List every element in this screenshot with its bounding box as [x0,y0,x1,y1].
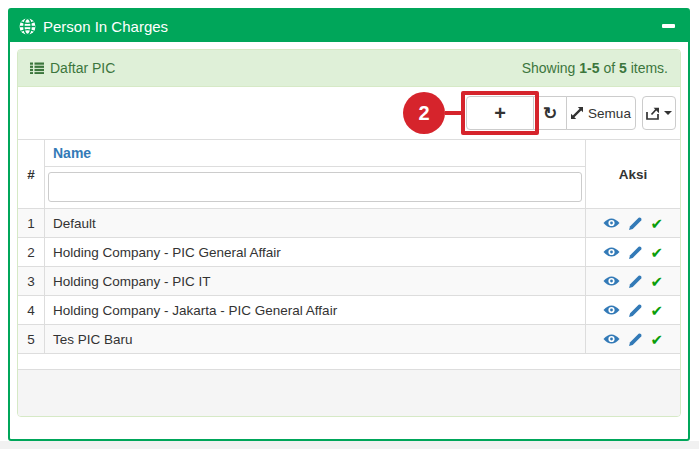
table-row: 1 Default ✔ [18,209,680,238]
row-name-cell: Holding Company - PIC General Affair [45,238,586,267]
table-row: 2 Holding Company - PIC General Affair [18,238,680,267]
table-row: 3 Holding Company - PIC IT [18,267,680,296]
approve-button[interactable]: ✔ [650,245,663,260]
person-in-charges-panel: Person In Charges [8,8,690,441]
eye-icon [603,304,620,316]
approve-button[interactable]: ✔ [650,274,663,289]
refresh-icon: ↻ [543,103,557,124]
eye-icon [603,275,620,287]
panel-body: Daftar PIC Showing 1-5 of 5 items. + 2 [10,42,688,424]
export-dropdown-button[interactable] [642,96,676,130]
name-filter-input[interactable] [48,172,582,202]
view-button[interactable] [603,333,620,345]
annotation-connector-line [445,111,462,115]
edit-button[interactable] [629,275,642,288]
row-index-cell: 2 [18,238,45,267]
column-header-aksi: Aksi [586,140,681,209]
edit-button[interactable] [629,246,642,259]
row-name-cell: Holding Company - PIC IT [45,267,586,296]
pencil-icon [629,304,642,317]
pencil-icon [629,217,642,230]
pencil-icon [629,246,642,259]
filter-cell [45,167,586,209]
annotation-step-badge: 2 [403,92,445,134]
view-button[interactable] [603,304,620,316]
grid-view: # Name Aksi 1 Default [18,139,680,369]
minimize-button[interactable] [657,16,679,36]
table-row: 5 Tes PIC Baru ✔ [18,325,680,354]
page-background-strip [0,441,699,449]
list-icon [30,62,44,74]
eye-icon [603,333,620,345]
caret-down-icon [664,111,672,115]
grid-toolbar: + 2 ↻ Semua [18,87,680,139]
refresh-button[interactable]: ↻ [533,96,567,130]
row-index-cell: 3 [18,267,45,296]
expand-all-button[interactable]: Semua [566,96,636,130]
row-name-cell: Holding Company - Jakarta - PIC General … [45,296,586,325]
column-header-index: # [18,140,45,209]
row-index-cell: 4 [18,296,45,325]
panel-header: Person In Charges [10,10,688,42]
row-actions-cell: ✔ [586,296,681,325]
row-actions-cell: ✔ [586,209,681,238]
edit-button[interactable] [629,304,642,317]
pencil-icon [629,333,642,346]
row-actions-cell: ✔ [586,238,681,267]
view-button[interactable] [603,275,620,287]
summary-text: Showing 1-5 of 5 items. [522,60,668,76]
approve-button[interactable]: ✔ [650,303,663,318]
edit-button[interactable] [629,217,642,230]
resize-full-icon [571,107,583,119]
eye-icon [603,217,620,229]
approve-button[interactable]: ✔ [650,332,663,347]
view-button[interactable] [603,217,620,229]
subpanel-title: Daftar PIC [50,60,115,76]
pencil-icon [629,275,642,288]
table-row: 4 Holding Company - Jakarta - PIC Genera… [18,296,680,325]
minimize-icon [662,24,675,28]
column-header-name[interactable]: Name [45,140,586,167]
row-index-cell: 5 [18,325,45,354]
view-button[interactable] [603,246,620,258]
subpanel-footer [18,369,680,416]
globe-icon [19,18,36,35]
row-actions-cell: ✔ [586,267,681,296]
panel-title: Person In Charges [43,18,657,35]
subpanel-heading: Daftar PIC Showing 1-5 of 5 items. [18,50,680,87]
edit-button[interactable] [629,333,642,346]
daftar-pic-subpanel: Daftar PIC Showing 1-5 of 5 items. + 2 [17,49,681,417]
export-icon [646,107,660,120]
approve-button[interactable]: ✔ [650,216,663,231]
row-index-cell: 1 [18,209,45,238]
add-button[interactable]: + [466,96,534,130]
row-name-cell: Tes PIC Baru [45,325,586,354]
row-name-cell: Default [45,209,586,238]
row-actions-cell: ✔ [586,325,681,354]
eye-icon [603,246,620,258]
expand-all-label: Semua [588,106,631,121]
